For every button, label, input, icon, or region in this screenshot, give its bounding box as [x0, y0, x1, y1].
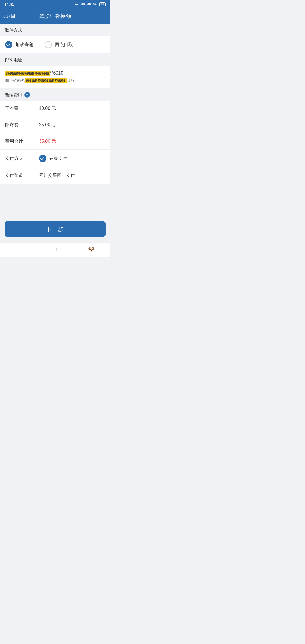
battery-icon: 66 — [99, 2, 106, 6]
fee-section-label: 缴纳费用 ? — [0, 88, 110, 101]
bottom-space — [0, 184, 110, 217]
fee-card: 工本费 10.00 元 邮寄费 25.00元 费用合计 35.00 元 支付方式… — [0, 101, 110, 184]
work-cost-row: 工本费 10.00 元 — [0, 101, 110, 117]
next-button[interactable]: 下一步 — [5, 221, 106, 237]
mailing-address-section-label: 邮寄地址 — [0, 53, 110, 66]
nav-menu-icon[interactable]: ☰ — [16, 246, 21, 253]
postal-label: 邮政寄递 — [15, 42, 33, 48]
address-chevron-right-icon: › — [103, 74, 105, 80]
signal-4g-icon: 4G — [87, 3, 91, 6]
back-button[interactable]: ‹ 返回 — [3, 13, 15, 19]
total-cost-label: 费用合计 — [5, 138, 39, 144]
self-pickup-label: 网点自取 — [55, 42, 73, 48]
mailing-address-card: 超多钱超多钱超多钱超多钱超多钱**6010 四川省南充超多钱超多钱超多钱超多钱超… — [0, 66, 110, 88]
payment-channel-value: 四川交警网上支付 — [39, 173, 75, 179]
watermark-address-mask: 超多钱超多钱超多钱超多钱超多 — [25, 78, 67, 83]
payment-method-value: 在线支付 — [39, 155, 67, 162]
payment-channel-row: 支付渠道 四川交警网上支付 — [0, 167, 110, 184]
address-city: 四川省南充 — [5, 78, 25, 82]
mailing-cost-label: 邮寄费 — [5, 122, 39, 128]
address-detail-line: 四川省南充超多钱超多钱超多钱超多钱超多自取 — [5, 78, 101, 83]
back-label: 返回 — [6, 13, 15, 19]
self-pickup-radio[interactable] — [45, 41, 52, 48]
payment-method-row: 支付方式 在线支付 — [0, 150, 110, 167]
fee-help-icon[interactable]: ? — [24, 92, 30, 98]
pickup-method-section-label: 取件方式 — [0, 24, 110, 36]
signal-4g2-icon: 4G↑ — [93, 3, 98, 6]
online-payment-label: 在线支付 — [49, 156, 67, 162]
status-bar: 14:41 ▾▴ HD 4G 4G↑ 66 — [0, 0, 110, 8]
status-time: 14:41 — [5, 2, 14, 6]
work-cost-value: 10.00 元 — [39, 106, 56, 112]
payment-method-label: 支付方式 — [5, 156, 39, 162]
nav-home-icon[interactable]: □ — [53, 246, 56, 253]
page-header: ‹ 返回 驾驶证补换领 — [0, 8, 110, 24]
mailing-cost-row: 邮寄费 25.00元 — [0, 117, 110, 133]
page-title: 驾驶证补换领 — [39, 12, 71, 20]
payment-channel-label: 支付渠道 — [5, 173, 39, 179]
masked-number: **6010 — [50, 71, 63, 75]
watermark-name-mask: 超多钱超多钱超多钱超多钱超多钱 — [5, 71, 50, 76]
self-pickup-option[interactable]: 网点自取 — [45, 41, 73, 48]
nav-back-icon[interactable]: 🐶 — [88, 246, 94, 253]
postal-option[interactable]: 邮政寄递 — [5, 41, 33, 48]
postal-radio[interactable] — [5, 41, 12, 48]
back-chevron-icon: ‹ — [3, 13, 5, 19]
pickup-method-card: 邮政寄递 网点自取 — [0, 36, 110, 53]
total-cost-row: 费用合计 35.00 元 — [0, 133, 110, 150]
page-content: 取件方式 邮政寄递 网点自取 邮寄地址 超多钱超多钱超多钱超多钱超多钱**601… — [0, 24, 110, 242]
address-info: 超多钱超多钱超多钱超多钱超多钱**6010 四川省南充超多钱超多钱超多钱超多钱超… — [5, 71, 101, 83]
address-name-line: 超多钱超多钱超多钱超多钱超多钱**6010 — [5, 71, 101, 76]
wifi-icon: ▾▴ — [75, 3, 79, 6]
next-button-wrap: 下一步 — [0, 217, 110, 242]
fee-label-text: 缴纳费用 — [5, 92, 22, 98]
online-payment-radio[interactable] — [39, 155, 46, 162]
mailing-cost-value: 25.00元 — [39, 122, 55, 128]
total-cost-value: 35.00 元 — [39, 138, 56, 144]
pickup-options-row: 邮政寄递 网点自取 — [0, 36, 110, 53]
hd-badge: HD — [80, 3, 86, 6]
status-icons: ▾▴ HD 4G 4G↑ 66 — [75, 2, 106, 6]
address-suffix: 自取 — [67, 78, 75, 82]
bottom-nav: ☰ □ 🐶 — [0, 242, 110, 257]
work-cost-label: 工本费 — [5, 106, 39, 112]
address-selector[interactable]: 超多钱超多钱超多钱超多钱超多钱**6010 四川省南充超多钱超多钱超多钱超多钱超… — [0, 66, 110, 88]
